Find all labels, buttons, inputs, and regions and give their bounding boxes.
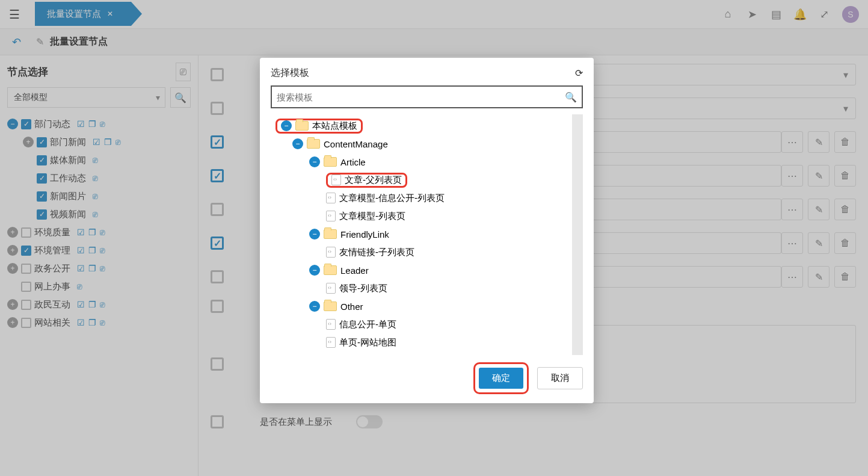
modal-tree-row[interactable]: −FriendlyLink bbox=[273, 225, 570, 243]
modal-search[interactable]: 🔍 bbox=[271, 85, 583, 108]
modal-tree-row[interactable]: 信息公开-单页 bbox=[273, 315, 570, 333]
folder-icon bbox=[295, 121, 309, 131]
file-icon bbox=[326, 283, 336, 294]
modal-title: 选择模板 bbox=[271, 67, 309, 79]
ok-button[interactable]: 确定 bbox=[479, 368, 523, 389]
folder-icon bbox=[324, 265, 337, 275]
modal-tree-row[interactable]: −Other bbox=[273, 297, 570, 315]
expander-icon[interactable]: − bbox=[309, 156, 320, 167]
search-icon[interactable]: 🔍 bbox=[565, 91, 577, 103]
modal-tree-label: 领导-列表页 bbox=[339, 283, 387, 294]
modal-tree-label: 文章-父列表页 bbox=[345, 175, 402, 186]
modal-tree-row[interactable]: −Leader bbox=[273, 261, 570, 279]
modal-tree[interactable]: −本站点模板−ContentManage−Article文章-父列表页文章模型-… bbox=[271, 114, 583, 355]
folder-icon bbox=[324, 301, 337, 311]
modal-tree-row[interactable]: −ContentManage bbox=[273, 135, 570, 153]
modal-search-input[interactable] bbox=[277, 92, 565, 102]
modal-tree-label: 通用-单页 bbox=[339, 355, 378, 356]
folder-icon bbox=[307, 139, 320, 149]
modal-tree-row[interactable]: −Article bbox=[273, 153, 570, 171]
expander-icon[interactable]: − bbox=[309, 301, 320, 312]
modal-tree-row[interactable]: 文章模型-列表页 bbox=[273, 207, 570, 225]
file-icon bbox=[326, 319, 336, 330]
expander-icon[interactable]: − bbox=[281, 120, 292, 131]
file-icon bbox=[331, 175, 341, 185]
modal-tree-row[interactable]: −本站点模板 bbox=[273, 117, 570, 135]
file-icon bbox=[326, 337, 336, 348]
modal-tree-label: 文章模型-信息公开-列表页 bbox=[339, 193, 445, 204]
modal-tree-label: 文章模型-列表页 bbox=[339, 211, 405, 222]
template-modal: 选择模板 ⟳ 🔍 −本站点模板−ContentManage−Article文章-… bbox=[260, 58, 594, 403]
file-icon bbox=[326, 247, 336, 258]
modal-tree-row[interactable]: 文章-父列表页 bbox=[273, 171, 570, 189]
modal-tree-label: 友情链接-子列表页 bbox=[339, 247, 414, 258]
folder-icon bbox=[324, 157, 337, 167]
expander-icon[interactable]: − bbox=[292, 138, 303, 149]
folder-icon bbox=[324, 229, 337, 239]
modal-tree-label: FriendlyLink bbox=[340, 229, 389, 240]
modal-tree-label: 信息公开-单页 bbox=[339, 319, 396, 330]
modal-tree-label: Article bbox=[340, 157, 366, 167]
modal-tree-label: Leader bbox=[340, 265, 369, 276]
highlight-box: −本站点模板 bbox=[275, 119, 363, 134]
expander-icon[interactable]: − bbox=[309, 229, 320, 240]
highlight-box: 文章-父列表页 bbox=[326, 173, 407, 188]
expander-icon[interactable]: − bbox=[309, 265, 320, 276]
file-icon bbox=[326, 211, 336, 221]
modal-tree-row[interactable]: 友情链接-子列表页 bbox=[273, 243, 570, 261]
modal-tree-row[interactable]: 通用-单页 bbox=[273, 351, 570, 355]
modal-tree-row[interactable]: 领导-列表页 bbox=[273, 279, 570, 297]
modal-tree-label: Other bbox=[340, 301, 363, 312]
modal-tree-row[interactable]: 文章模型-信息公开-列表页 bbox=[273, 189, 570, 207]
ok-highlight: 确定 bbox=[473, 362, 529, 394]
modal-tree-label: ContentManage bbox=[324, 139, 388, 149]
refresh-icon[interactable]: ⟳ bbox=[575, 67, 583, 79]
file-icon bbox=[326, 193, 336, 203]
modal-tree-label: 本站点模板 bbox=[312, 120, 357, 132]
modal-tree-row[interactable]: 单页-网站地图 bbox=[273, 333, 570, 351]
cancel-button[interactable]: 取消 bbox=[537, 367, 583, 389]
modal-tree-label: 单页-网站地图 bbox=[339, 337, 396, 348]
